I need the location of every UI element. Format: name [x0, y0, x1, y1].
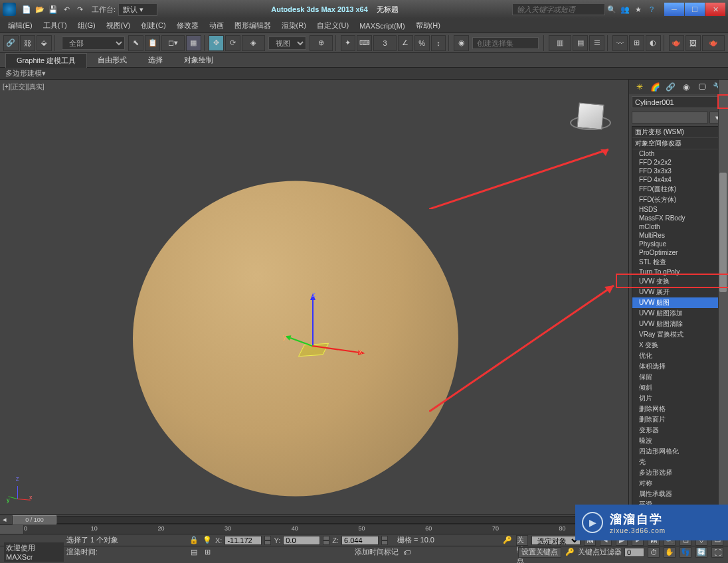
- create-tab-icon[interactable]: ✳: [634, 82, 645, 92]
- add-time-tag[interactable]: 添加时间标记: [355, 547, 399, 557]
- current-frame-input[interactable]: [624, 548, 644, 557]
- workspace-dropdown[interactable]: 默认 ▾: [118, 3, 157, 16]
- viewport[interactable]: [+][正交][真实] z x y z x y: [0, 80, 628, 514]
- manipulate-icon[interactable]: ✦: [341, 35, 356, 51]
- modifier-item[interactable]: 删除网格: [632, 404, 725, 414]
- scale-icon[interactable]: ◈: [242, 35, 264, 51]
- modifier-item[interactable]: MassFX RBody: [632, 214, 725, 222]
- schematic-icon[interactable]: ⊞: [629, 35, 644, 51]
- unlink-icon[interactable]: ⛓: [20, 35, 35, 51]
- spinner-snap-icon[interactable]: ↕: [431, 35, 446, 51]
- selection-set-input[interactable]: [472, 37, 539, 49]
- new-icon[interactable]: 📄: [21, 3, 33, 15]
- transform-gizmo[interactable]: z x y: [290, 312, 356, 378]
- time-config-icon[interactable]: ⏱: [648, 547, 660, 558]
- modifier-item[interactable]: STL 检查: [632, 257, 725, 268]
- ribbon-tab-paint[interactable]: 对象绘制: [173, 53, 224, 67]
- menu-item-6[interactable]: 动画: [204, 19, 229, 32]
- modifier-list[interactable]: 面片变形 (WSM)对象空间修改器ClothFFD 2x2x2FFD 3x3x3…: [632, 126, 725, 513]
- ref-coord-dropdown[interactable]: 视图: [268, 37, 307, 50]
- key-icon[interactable]: 🔑: [502, 535, 513, 546]
- modifier-item[interactable]: VRay 置换模式: [632, 329, 725, 340]
- autokey-button[interactable]: 自动关键点: [516, 535, 528, 546]
- time-slider-knob[interactable]: 0 / 100: [13, 515, 56, 524]
- material-editor-icon[interactable]: ◐: [646, 35, 661, 51]
- viewcube[interactable]: [570, 96, 612, 138]
- modifier-item[interactable]: 删除面片: [632, 414, 725, 425]
- menu-item-9[interactable]: 自定义(U): [312, 19, 354, 32]
- setkey-button[interactable]: 设置关键点: [518, 547, 561, 558]
- layers-icon[interactable]: ☰: [589, 35, 604, 51]
- ribbon-tab-graphite[interactable]: Graphite 建模工具: [5, 53, 87, 68]
- modifier-dropdown[interactable]: [632, 112, 708, 123]
- render-icon[interactable]: 🫖: [702, 35, 725, 51]
- modifier-item[interactable]: 噪波: [632, 436, 725, 446]
- timeline-corner[interactable]: [0, 525, 24, 534]
- bind-icon[interactable]: ⬙: [37, 35, 52, 51]
- modifier-item[interactable]: UVW 贴图添加: [632, 308, 725, 319]
- angle-snap-icon[interactable]: ∠: [398, 35, 413, 51]
- isolate-icon[interactable]: 💡: [202, 535, 213, 546]
- maximize-button[interactable]: ☐: [685, 3, 705, 16]
- modifier-item[interactable]: 属性承载器: [632, 489, 725, 499]
- rotate-icon[interactable]: ⟳: [225, 35, 240, 51]
- key-mode-dropdown[interactable]: 选定对象: [531, 536, 581, 545]
- modifier-item[interactable]: 对称: [632, 478, 725, 489]
- display-tab-icon[interactable]: 🖵: [697, 82, 707, 92]
- menu-item-3[interactable]: 视图(V): [101, 19, 136, 32]
- modify-tab-icon[interactable]: 🌈: [650, 82, 660, 92]
- menu-item-11[interactable]: 帮助(H): [410, 19, 446, 32]
- ribbon-tab-selection[interactable]: 选择: [137, 53, 173, 67]
- menu-item-0[interactable]: 编辑(E): [3, 19, 38, 32]
- x-coord-input[interactable]: [225, 536, 262, 545]
- select-icon[interactable]: ⬉: [128, 35, 143, 51]
- redo-icon[interactable]: ↷: [74, 3, 86, 15]
- modifier-item[interactable]: 四边形网格化: [632, 446, 725, 457]
- modifier-item[interactable]: Physique: [632, 240, 725, 248]
- minimize-button[interactable]: ─: [664, 3, 684, 16]
- nav-orbit-icon[interactable]: 🔄: [695, 547, 707, 558]
- link-icon[interactable]: 🔗: [3, 35, 19, 51]
- time-tag-icon[interactable]: 🏷: [401, 547, 412, 558]
- script-listener-icon[interactable]: ▤: [189, 547, 199, 558]
- named-selection-icon[interactable]: ◉: [454, 35, 469, 51]
- menu-item-2[interactable]: 组(G): [72, 19, 101, 32]
- hierarchy-tab-icon[interactable]: 🔗: [666, 82, 676, 92]
- ribbon-tab-freeform[interactable]: 自由形式: [87, 53, 137, 67]
- selection-filter-dropdown[interactable]: 全部: [62, 37, 126, 50]
- right-panel-scrollbar[interactable]: [718, 80, 728, 514]
- modifier-item[interactable]: 变形器: [632, 425, 725, 436]
- modifier-item[interactable]: FFD(圆柱体): [632, 184, 725, 195]
- modifier-item[interactable]: ProOptimizer: [632, 248, 725, 257]
- modifier-item[interactable]: X 变换: [632, 340, 725, 351]
- menu-item-5[interactable]: 修改器: [171, 19, 204, 32]
- modifier-item[interactable]: UVW 贴图清除: [632, 319, 725, 329]
- help-icon[interactable]: ?: [646, 3, 658, 15]
- modifier-item[interactable]: UVW 展开: [632, 287, 725, 297]
- mirror-icon[interactable]: ▥: [549, 35, 571, 51]
- modifier-item[interactable]: mCloth: [632, 222, 725, 231]
- move-icon[interactable]: ✥: [209, 35, 224, 51]
- modifier-item[interactable]: HSDS: [632, 205, 725, 214]
- key-filter-label[interactable]: 关键点过滤器: [578, 547, 622, 557]
- modifier-item[interactable]: FFD(长方体): [632, 195, 725, 205]
- modifier-item[interactable]: FFD 2x2x2: [632, 158, 725, 167]
- align-icon[interactable]: ▤: [573, 35, 588, 51]
- comm-icon[interactable]: 👥: [619, 3, 631, 15]
- modifier-item[interactable]: Cloth: [632, 149, 725, 158]
- ribbon-panel-label[interactable]: 多边形建模: [5, 68, 42, 78]
- nav-pan-icon[interactable]: ✋: [664, 547, 676, 558]
- open-icon[interactable]: 📂: [34, 3, 46, 15]
- fav-icon[interactable]: ★: [632, 3, 644, 15]
- render-setup-icon[interactable]: 🫖: [669, 35, 684, 51]
- select-region-icon[interactable]: ◻▾: [161, 35, 184, 51]
- viewport-label[interactable]: [+][正交][真实]: [3, 82, 45, 92]
- menu-item-4[interactable]: 创建(C): [136, 19, 171, 32]
- object-name-field[interactable]: Cylinder001: [632, 96, 725, 108]
- nav-walk-icon[interactable]: 👣: [680, 547, 691, 558]
- menu-item-8[interactable]: 渲染(R): [276, 19, 312, 32]
- modifier-item[interactable]: FFD 3x3x3: [632, 167, 725, 175]
- select-name-icon[interactable]: 📋: [145, 35, 160, 51]
- search-input[interactable]: [512, 3, 605, 15]
- percent-snap-icon[interactable]: %: [414, 35, 430, 51]
